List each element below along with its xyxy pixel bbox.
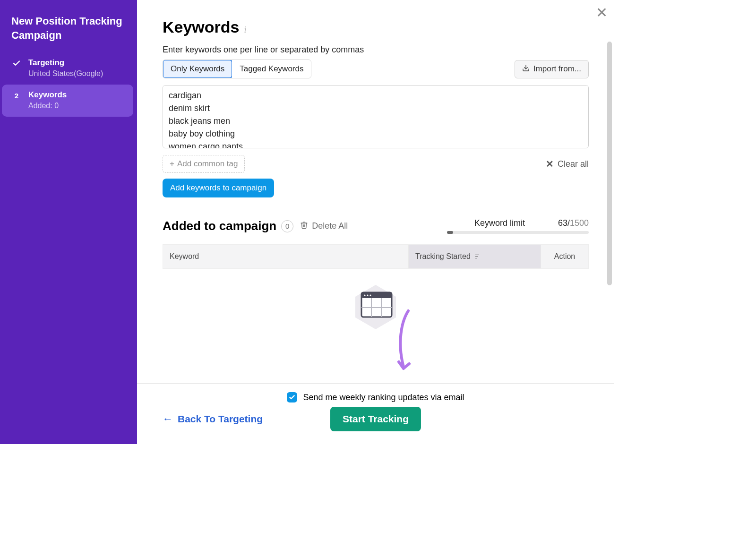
arrow-left-icon: ← (163, 413, 173, 425)
trash-icon (300, 221, 308, 231)
email-updates-label: Send me weekly ranking updates via email (303, 393, 464, 402)
svg-point-7 (364, 294, 365, 296)
keywords-textarea[interactable] (163, 85, 589, 148)
svg-point-8 (367, 294, 368, 296)
clear-all-label: Clear all (558, 159, 589, 169)
wizard-footer: Send me weekly ranking updates via email… (137, 383, 614, 444)
page-title: Keywords (163, 18, 240, 36)
column-action: Action (541, 245, 588, 268)
add-tag-label: Add common tag (177, 159, 238, 169)
campaign-section-title: Added to campaign 0 (163, 219, 293, 233)
email-updates-checkbox[interactable] (287, 392, 297, 402)
delete-all-button[interactable]: Delete All (300, 221, 348, 231)
column-tracking-started[interactable]: Tracking Started (409, 245, 541, 268)
download-icon (522, 64, 530, 74)
info-icon[interactable]: i (244, 25, 247, 35)
add-keywords-button[interactable]: Add keywords to campaign (163, 179, 274, 197)
limit-label: Keyword limit (474, 218, 525, 228)
add-common-tag-button[interactable]: + Add common tag (163, 155, 245, 173)
step-keywords[interactable]: 2 Keywords Added: 0 (2, 85, 133, 117)
limit-max: 1500 (570, 218, 589, 228)
empty-state-illustration (163, 283, 589, 330)
column-keyword[interactable]: Keyword (163, 245, 409, 268)
page-subtitle: Enter keywords one per line or separated… (163, 45, 589, 55)
step-targeting[interactable]: Targeting United States(Google) (0, 52, 137, 85)
step-number: 2 (11, 90, 22, 101)
keyword-limit: Keyword limit 63/1500 (447, 218, 589, 234)
step-label: Targeting (28, 58, 103, 68)
back-to-targeting-button[interactable]: ← Back To Targeting (163, 413, 263, 425)
wizard-title: New Position Tracking Campaign (0, 14, 137, 52)
delete-all-label: Delete All (312, 221, 348, 231)
sort-desc-icon (474, 253, 481, 260)
start-tracking-button[interactable]: Start Tracking (330, 407, 421, 431)
limit-used: 63 (558, 218, 567, 228)
svg-rect-6 (361, 292, 392, 298)
wizard-sidebar: New Position Tracking Campaign Targeting… (0, 0, 137, 444)
main-panel: ✕ Keywords i Enter keywords one per line… (137, 0, 614, 444)
plus-icon: + (170, 159, 174, 169)
step-label: Keywords (28, 90, 67, 100)
tab-tagged-keywords[interactable]: Tagged Keywords (232, 60, 311, 78)
check-icon (11, 58, 22, 68)
campaign-count-badge: 0 (281, 220, 293, 232)
keywords-table: Keyword Tracking Started Action (163, 244, 589, 269)
back-label: Back To Targeting (178, 413, 263, 425)
svg-point-9 (369, 294, 371, 296)
clear-all-button[interactable]: ✕ Clear all (546, 158, 589, 170)
limit-progress-bar (447, 231, 589, 234)
step-subtext: Added: 0 (28, 102, 67, 110)
import-button[interactable]: Import from... (515, 60, 589, 78)
step-subtext: United States(Google) (28, 69, 103, 78)
close-button[interactable]: ✕ (596, 6, 608, 20)
import-label: Import from... (533, 64, 581, 74)
close-icon: ✕ (546, 158, 554, 170)
scrollbar-thumb[interactable] (607, 42, 612, 285)
tab-only-keywords[interactable]: Only Keywords (163, 60, 232, 78)
keyword-mode-segment: Only Keywords Tagged Keywords (163, 60, 311, 78)
